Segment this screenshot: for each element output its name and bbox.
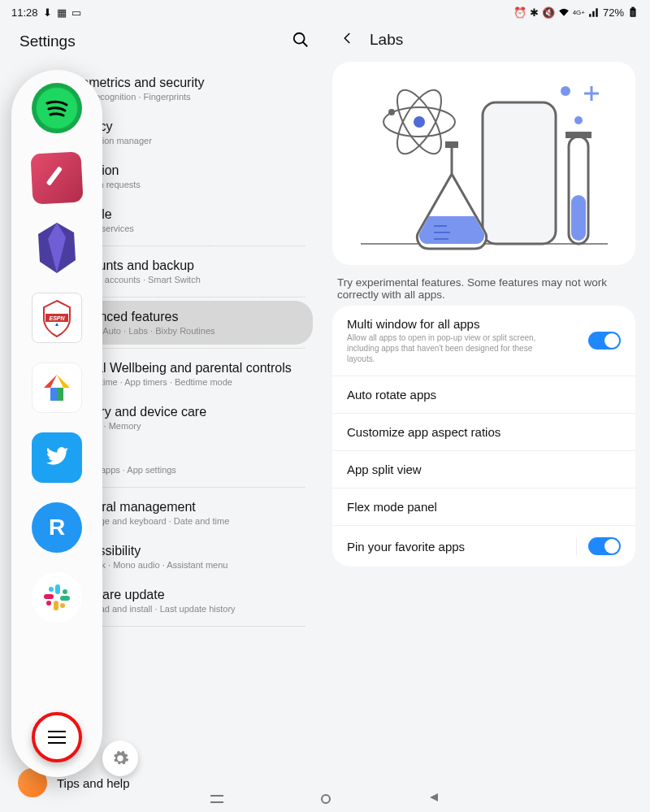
- search-icon: [292, 31, 310, 49]
- svg-rect-7: [445, 141, 458, 148]
- svg-point-16: [561, 86, 570, 96]
- bluetooth-icon: ✱: [530, 7, 539, 19]
- download-icon: ⬇: [43, 7, 52, 19]
- alarm-icon: ⏰: [514, 7, 526, 19]
- settings-title: Settings: [20, 33, 76, 50]
- labs-item-multi-window[interactable]: Multi window for all apps Allow all apps…: [332, 306, 635, 376]
- chevron-left-icon: [340, 31, 355, 46]
- svg-point-41: [60, 603, 65, 608]
- svg-marker-32: [57, 388, 63, 401]
- svg-point-15: [388, 109, 395, 115]
- svg-point-17: [574, 116, 583, 124]
- svg-point-39: [49, 587, 54, 592]
- svg-rect-37: [54, 601, 58, 610]
- nav-home-button[interactable]: [321, 794, 331, 804]
- status-bar: 11:28 ⬇ ▦ ▭ ⏰ ✱ 🔇 4G+ 72%: [0, 0, 650, 24]
- svg-text:ESPN: ESPN: [49, 315, 65, 321]
- svg-rect-23: [46, 166, 63, 185]
- labs-options-card: Multi window for all apps Allow all apps…: [332, 306, 635, 567]
- labs-pane: Labs: [321, 24, 650, 812]
- toggle-multi-window[interactable]: [588, 332, 621, 350]
- labs-item-pin-apps[interactable]: Pin your favorite apps: [332, 526, 635, 567]
- search-button[interactable]: [292, 31, 310, 52]
- app-icon-spotify[interactable]: [32, 83, 82, 133]
- labs-title: Labs: [370, 31, 403, 49]
- app-icon-slack[interactable]: [32, 572, 82, 623]
- svg-point-40: [63, 589, 67, 594]
- svg-rect-10: [566, 132, 592, 138]
- wifi-icon: [558, 7, 570, 18]
- svg-line-4: [303, 42, 308, 47]
- gear-icon: [111, 749, 129, 767]
- apps-icon: ▦: [57, 7, 67, 19]
- labs-illustration-card: [332, 62, 635, 265]
- labs-description: Try experimental features. Some features…: [332, 276, 635, 306]
- signal-icon: [588, 7, 600, 18]
- svg-rect-36: [60, 596, 70, 601]
- battery-percent: 72%: [603, 7, 624, 19]
- svg-rect-2: [631, 11, 635, 16]
- app-icon-twitter[interactable]: [32, 432, 82, 483]
- back-button[interactable]: [340, 31, 355, 49]
- app-icon-espn[interactable]: ESPN: [32, 293, 82, 343]
- svg-rect-1: [631, 7, 635, 9]
- status-time: 11:28: [11, 7, 38, 19]
- system-nav-bar: [0, 789, 650, 809]
- app-icon-samsung-notes[interactable]: [30, 151, 83, 204]
- network-type: 4G+: [573, 9, 585, 16]
- labs-illustration: [354, 73, 614, 260]
- labs-item-flex-mode[interactable]: Flex mode panel: [332, 489, 635, 526]
- app-icon-obsidian[interactable]: [32, 223, 82, 273]
- svg-rect-6: [483, 102, 556, 244]
- battery-icon: [627, 7, 639, 18]
- app-icon-r-app[interactable]: R: [32, 502, 82, 553]
- screenshot-icon: ▭: [72, 7, 81, 19]
- labs-item-auto-rotate[interactable]: Auto rotate apps: [332, 376, 635, 414]
- app-icon-google-home[interactable]: [32, 363, 82, 413]
- toggle-pin-apps[interactable]: [588, 537, 621, 555]
- divider: [70, 245, 305, 246]
- edge-panel-settings-button[interactable]: [102, 740, 138, 776]
- nav-back-button[interactable]: [428, 792, 440, 806]
- svg-rect-35: [55, 584, 60, 594]
- divider: [70, 626, 305, 627]
- svg-point-42: [46, 601, 51, 606]
- divider: [70, 487, 305, 488]
- svg-point-14: [414, 116, 425, 128]
- svg-rect-9: [571, 195, 586, 241]
- nav-recents-button[interactable]: [210, 795, 223, 803]
- labs-item-aspect-ratios[interactable]: Customize app aspect ratios: [332, 414, 635, 451]
- edge-panel-all-apps-button[interactable]: [32, 712, 82, 762]
- svg-point-3: [294, 33, 305, 44]
- mute-icon: 🔇: [542, 7, 555, 19]
- svg-marker-33: [50, 388, 57, 401]
- labs-item-split-view[interactable]: App split view: [332, 451, 635, 489]
- divider: [70, 348, 305, 349]
- svg-rect-38: [44, 594, 54, 599]
- edge-panel[interactable]: ESPN R: [11, 70, 102, 777]
- svg-marker-43: [430, 793, 438, 801]
- divider: [70, 297, 305, 297]
